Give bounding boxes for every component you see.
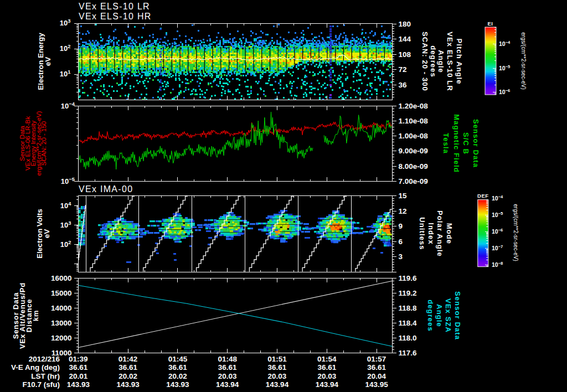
svg-text:36.61: 36.61 xyxy=(118,363,137,372)
svg-text:Angle: Angle xyxy=(437,50,445,73)
svg-text:108: 108 xyxy=(399,50,411,59)
svg-text:36.61: 36.61 xyxy=(268,363,287,372)
svg-text:VEx IMA-00: VEx IMA-00 xyxy=(79,184,133,194)
svg-text:143.95: 143.95 xyxy=(365,380,388,389)
svg-text:VEx ELS-10 LR: VEx ELS-10 LR xyxy=(446,32,454,91)
svg-text:20.02: 20.02 xyxy=(168,372,187,380)
svg-text:km: km xyxy=(32,310,40,321)
svg-text:72: 72 xyxy=(399,65,407,74)
svg-text:01:54: 01:54 xyxy=(317,355,337,363)
svg-text:143.94: 143.94 xyxy=(266,380,289,389)
svg-text:16000: 16000 xyxy=(51,274,72,282)
svg-text:Mode: Mode xyxy=(445,223,453,244)
svg-text:Sensor Data: Sensor Data xyxy=(472,119,480,168)
svg-text:36.61: 36.61 xyxy=(168,363,187,372)
svg-text:F10.7 (sfu): F10.7 (sfu) xyxy=(22,380,60,389)
svg-text:12000: 12000 xyxy=(51,334,72,342)
svg-text:01:42: 01:42 xyxy=(118,355,138,363)
svg-text:13000: 13000 xyxy=(51,319,72,327)
svg-text:Index: Index xyxy=(427,223,435,244)
svg-text:20.03: 20.03 xyxy=(218,372,237,380)
svg-text:14000: 14000 xyxy=(51,304,72,312)
svg-text:eV: eV xyxy=(43,229,51,239)
svg-text:Pitch Angle: Pitch Angle xyxy=(455,38,463,84)
svg-text:36: 36 xyxy=(399,81,408,89)
svg-text:EI: EI xyxy=(488,20,493,27)
svg-text:36.61: 36.61 xyxy=(367,363,386,372)
svg-text:36.61: 36.61 xyxy=(317,363,336,372)
svg-text:20.01: 20.01 xyxy=(69,372,87,380)
svg-text:ergs/(cm**2-sr-sec-eV): ergs/(cm**2-sr-sec-eV) xyxy=(513,204,519,261)
svg-text:20.04: 20.04 xyxy=(367,372,386,380)
svg-text:SCAN: 20 - 150: SCAN: 20 - 150 xyxy=(40,121,47,166)
svg-text:143.94: 143.94 xyxy=(216,380,239,389)
svg-text:143.93: 143.93 xyxy=(67,380,90,389)
svg-text:180: 180 xyxy=(399,20,411,28)
svg-text:1.00e-08: 1.00e-08 xyxy=(399,132,429,140)
svg-text:3: 3 xyxy=(399,252,403,261)
svg-text:118.0: 118.0 xyxy=(399,334,417,342)
svg-text:VEx ELS-10 HR: VEx ELS-10 HR xyxy=(79,12,152,21)
svg-text:ergs/(cm**2-sr-sec-eV): ergs/(cm**2-sr-sec-eV) xyxy=(520,32,527,90)
svg-text:119.2: 119.2 xyxy=(399,289,417,297)
svg-text:eV: eV xyxy=(44,57,52,66)
svg-text:SCAN: 20 - 300: SCAN: 20 - 300 xyxy=(421,32,429,91)
svg-text:117.6: 117.6 xyxy=(399,349,417,357)
svg-text:V-E Ang (deg): V-E Ang (deg) xyxy=(11,363,60,372)
svg-text:15000: 15000 xyxy=(51,289,72,297)
svg-text:7.00e-09: 7.00e-09 xyxy=(399,177,428,185)
svg-text:143.93: 143.93 xyxy=(116,380,140,389)
svg-text:143.93: 143.93 xyxy=(166,380,189,389)
svg-text:2012/216: 2012/216 xyxy=(29,355,60,363)
svg-text:118.4: 118.4 xyxy=(399,319,417,327)
svg-text:20.03: 20.03 xyxy=(317,372,336,380)
svg-text:degrees: degrees xyxy=(426,300,435,332)
svg-text:143.94: 143.94 xyxy=(316,380,339,389)
svg-text:Angle: Angle xyxy=(435,304,444,327)
svg-text:Polar Angle: Polar Angle xyxy=(436,210,444,257)
svg-text:VEx SZA: VEx SZA xyxy=(444,298,452,333)
svg-text:36.61: 36.61 xyxy=(69,363,87,372)
svg-text:119.6: 119.6 xyxy=(399,274,417,282)
svg-text:1.20e-08: 1.20e-08 xyxy=(399,102,429,110)
svg-text:9: 9 xyxy=(399,222,403,230)
svg-text:LST (hr): LST (hr) xyxy=(31,372,60,380)
svg-text:20.02: 20.02 xyxy=(118,372,137,380)
svg-text:VEx ELS-10 LR: VEx ELS-10 LR xyxy=(79,2,150,11)
svg-text:9.00e-09: 9.00e-09 xyxy=(399,147,428,155)
svg-text:6: 6 xyxy=(399,238,403,246)
svg-text:Sensor Data: Sensor Data xyxy=(453,291,462,340)
svg-text:20.03: 20.03 xyxy=(268,372,287,380)
svg-text:Tesla: Tesla xyxy=(442,133,450,154)
svg-text:Magnetic Field: Magnetic Field xyxy=(452,114,461,173)
svg-text:Unitless: Unitless xyxy=(418,217,426,250)
svg-text:12: 12 xyxy=(399,207,407,215)
svg-text:01:51: 01:51 xyxy=(267,355,287,363)
svg-text:15: 15 xyxy=(399,192,408,200)
svg-text:36.61: 36.61 xyxy=(218,363,237,372)
svg-text:DEF: DEF xyxy=(477,193,489,199)
svg-text:01:57: 01:57 xyxy=(367,355,386,363)
svg-text:S/C B: S/C B xyxy=(462,132,470,154)
svg-text:01:48: 01:48 xyxy=(218,355,237,363)
svg-text:8.00e-09: 8.00e-09 xyxy=(399,162,428,171)
svg-text:01:39: 01:39 xyxy=(69,355,88,363)
svg-text:118.8: 118.8 xyxy=(399,304,417,312)
svg-text:144: 144 xyxy=(399,35,411,43)
svg-text:degrees: degrees xyxy=(429,45,437,78)
svg-text:1.10e-08: 1.10e-08 xyxy=(399,117,429,125)
svg-text:01:45: 01:45 xyxy=(168,355,188,363)
